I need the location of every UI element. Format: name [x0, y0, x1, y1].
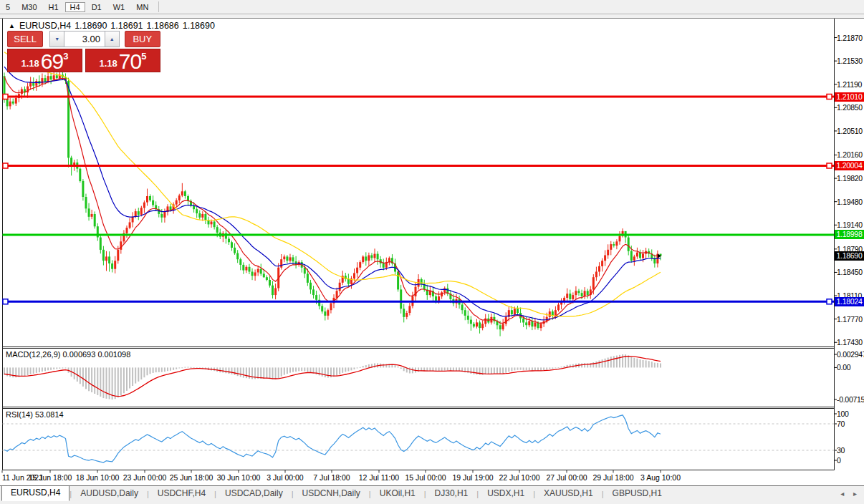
buy-price-big: 70 [119, 52, 141, 71]
symbol-tab-audusd[interactable]: AUDUSD,Daily [72, 486, 147, 501]
rsi-label: RSI(14) 53.0814 [6, 410, 64, 419]
timeframe-toolbar: 5M30H1H4D1W1MN [0, 0, 864, 14]
symbol-tab-usdchf[interactable]: USDCHF,H4 [149, 486, 214, 501]
timeframe-button-h1[interactable]: H1 [44, 2, 64, 12]
sell-price-pipette: 3 [63, 51, 68, 62]
sell-button[interactable]: SELL [7, 31, 43, 47]
tab-scroll-arrows: ◂ ▸ [833, 490, 857, 498]
symbol-tab-usdx[interactable]: USDX,H1 [479, 486, 533, 501]
sell-price-big: 69 [41, 52, 63, 71]
symbol-tab-dj30[interactable]: DJ30,H1 [426, 486, 477, 501]
symbol-tab-ukoil[interactable]: UKOil,H1 [371, 486, 424, 501]
timeframe-button-w1[interactable]: W1 [108, 2, 130, 12]
buy-price-prefix: 1.18 [100, 58, 117, 69]
toolbar-lower-strip [0, 14, 864, 19]
buy-price-box[interactable]: 1.18 70 5 [85, 49, 160, 72]
volume-input[interactable] [64, 31, 105, 47]
symbol-tab-gbpusd[interactable]: GBPUSD,H1 [604, 486, 671, 501]
tab-scroll-right-icon[interactable]: ▸ [853, 490, 857, 498]
timeframe-button-5[interactable]: 5 [1, 2, 15, 12]
collapse-icon[interactable]: ▲ [9, 22, 15, 29]
one-click-trading-panel: SELL ▼ ▲ BUY 1.18 69 3 1.18 70 5 [7, 31, 160, 72]
sell-price-box[interactable]: 1.18 69 3 [7, 49, 82, 72]
ohlc-low: 1.18686 [147, 21, 179, 31]
tab-scroll-left-icon[interactable]: ◂ [840, 490, 844, 498]
macd-label: MACD(12,26,9) 0.000693 0.001098 [6, 350, 130, 359]
terminal-window: 5M30H1H4D1W1MN 0.0029470.00-0.0071521007… [0, 0, 864, 504]
sell-price-prefix: 1.18 [21, 58, 39, 69]
timeframe-button-h4[interactable]: H4 [65, 2, 85, 12]
ohlc-close: 1.18690 [183, 21, 215, 31]
chart-title: ▲EURUSD,H41.186901.186911.186861.18690 [9, 21, 219, 31]
buy-button[interactable]: BUY [125, 31, 160, 47]
ohlc-high: 1.18691 [110, 21, 143, 31]
symbol-tab-xauusd[interactable]: XAUUSD,H1 [535, 486, 602, 501]
symbol-tab-eurusd[interactable]: EURUSD,H4 [1, 485, 69, 501]
spin-up-icon: ▲ [110, 37, 115, 42]
symbol-tab-bar: EURUSD,H4|AUDUSD,Daily|USDCHF,H4|USDCAD,… [0, 485, 864, 501]
toolbar-separator [158, 1, 159, 12]
symbol-tab-usdcnh[interactable]: USDCNH,Daily [294, 486, 369, 501]
ohlc-open: 1.18690 [75, 21, 107, 31]
bottom-strip [0, 501, 864, 504]
rsi-layer [3, 415, 835, 462]
volume-decrease-button[interactable]: ▼ [49, 31, 64, 47]
spin-down-icon: ▼ [54, 37, 59, 42]
chart-symbol-period: EURUSD,H4 [19, 21, 71, 31]
timeframe-button-mn[interactable]: MN [131, 2, 153, 12]
symbol-tab-usdcad[interactable]: USDCAD,Daily [216, 486, 292, 501]
timeframe-button-d1[interactable]: D1 [87, 2, 107, 12]
volume-increase-button[interactable]: ▲ [105, 31, 120, 47]
macd-histogram-layer [4, 354, 661, 399]
timeframe-button-m30[interactable]: M30 [16, 2, 42, 12]
buy-price-pipette: 5 [141, 51, 146, 62]
